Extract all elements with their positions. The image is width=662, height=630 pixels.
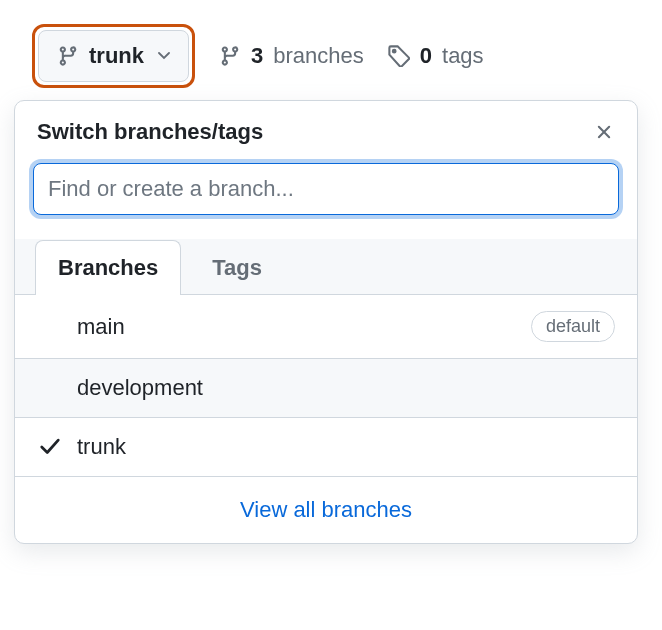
- caret-down-icon: [158, 52, 170, 60]
- close-icon: [593, 121, 615, 143]
- branch-name: trunk: [77, 434, 615, 460]
- dropdown-tabs: Branches Tags: [15, 239, 637, 295]
- branch-item-development[interactable]: development: [15, 359, 637, 418]
- dropdown-header: Switch branches/tags: [15, 101, 637, 163]
- check-icon: [37, 436, 63, 458]
- branch-item-trunk[interactable]: trunk: [15, 418, 637, 477]
- default-badge: default: [531, 311, 615, 342]
- branch-item-main[interactable]: main default: [15, 295, 637, 359]
- branch-search-input[interactable]: [33, 163, 619, 215]
- branches-label: branches: [273, 43, 364, 69]
- branch-select-label: trunk: [89, 43, 144, 69]
- view-all-branches-link[interactable]: View all branches: [15, 477, 637, 543]
- tag-icon: [388, 45, 410, 67]
- branches-link[interactable]: 3 branches: [219, 43, 364, 69]
- close-button[interactable]: [593, 121, 615, 143]
- repo-top-bar: trunk 3 branches 0 tags: [0, 0, 662, 88]
- branch-dropdown: Switch branches/tags Branches Tags main …: [14, 100, 638, 544]
- git-branch-icon: [57, 45, 79, 67]
- search-wrap: [15, 163, 637, 233]
- branch-select-button[interactable]: trunk: [38, 30, 189, 82]
- tab-branches[interactable]: Branches: [35, 240, 181, 295]
- tab-tags[interactable]: Tags: [189, 240, 285, 295]
- dropdown-title: Switch branches/tags: [37, 119, 263, 145]
- tags-link[interactable]: 0 tags: [388, 43, 484, 69]
- git-branch-icon: [219, 45, 241, 67]
- branch-list: main default development trunk: [15, 295, 637, 477]
- branch-name: development: [77, 375, 615, 401]
- highlight-ring: trunk: [32, 24, 195, 88]
- svg-point-0: [393, 50, 396, 53]
- branch-name: main: [77, 314, 517, 340]
- tags-count: 0: [420, 43, 432, 69]
- branches-count: 3: [251, 43, 263, 69]
- tags-label: tags: [442, 43, 484, 69]
